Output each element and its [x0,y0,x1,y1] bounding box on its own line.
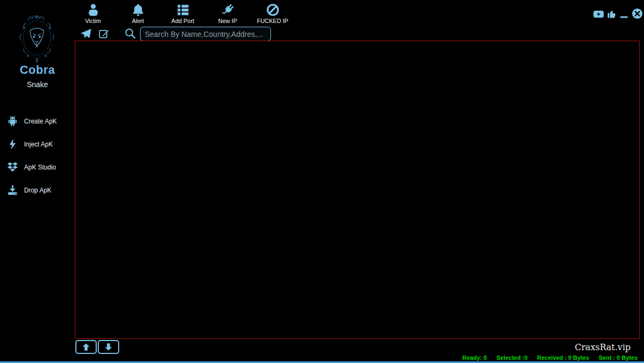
toolbar-fucked-ip-button[interactable]: FUCKED IP [250,3,295,24]
sidebar-item-label: Create ApK [24,118,57,125]
toolbar-label: New IP [218,18,237,24]
arrow-up-icon [81,342,91,352]
victim-list-panel[interactable] [75,41,640,339]
toolbar-label: Add Port [172,18,195,24]
status-selected: Selected :0 [496,354,527,361]
brand-subtitle: Snake [0,80,75,89]
download-tray-icon [6,184,19,196]
android-icon [6,115,19,127]
sidebar-item-apk-studio[interactable]: ApK Studio [0,156,75,179]
add-port-list-icon [176,3,190,17]
status-sent: Sent : 0 Bytes [599,354,638,361]
alert-bell-icon [131,3,145,17]
sidebar-item-label: Inject ApK [24,141,53,148]
app-window: Cobra Snake [0,0,644,363]
scroll-down-button[interactable] [98,340,119,354]
sidebar: Cobra Snake [0,0,75,363]
arrow-down-icon [104,342,113,352]
status-ready: Ready: 0 [462,354,487,361]
sidebar-item-label: ApK Studio [24,164,56,171]
fucked-ip-ban-icon [266,3,280,17]
site-label: CraxsRat.vip [481,342,631,352]
window-controls [592,7,643,20]
toolbar-alert-button[interactable]: Alert [115,3,160,24]
new-ip-plug-icon [221,3,235,17]
status-bar: Ready: 0 Selected :0 Received : 0 Bytes … [462,354,638,361]
thumbs-up-icon[interactable] [607,8,617,20]
youtube-icon[interactable] [592,8,605,20]
toolbar-label: FUCKED IP [257,18,289,24]
toolbar-new-ip-button[interactable]: New IP [205,3,250,24]
minimize-icon[interactable] [619,8,630,20]
sidebar-item-drop-apk[interactable]: Drop ApK [0,179,75,202]
send-plane-icon[interactable] [80,28,92,40]
scroll-up-button[interactable] [75,340,97,354]
lightning-icon [6,138,19,150]
brand-title: Cobra [0,63,75,77]
toolbar-label: Alert [132,18,144,24]
sidebar-item-inject-apk[interactable]: Inject ApK [0,133,75,156]
status-received: Received : 0 Bytes [537,354,589,361]
edit-compose-icon[interactable] [98,28,110,40]
cobra-snake-emblem-icon [12,11,62,63]
sidebar-item-label: Drop ApK [24,187,51,194]
toolbar-victim-button[interactable]: Victim [71,3,115,24]
sidebar-item-create-apk[interactable]: Create ApK [0,110,75,133]
close-icon[interactable] [631,7,643,20]
search-input[interactable] [140,27,271,41]
sidebar-menu: Create ApK Inject ApK [0,110,75,202]
search-icon[interactable] [124,27,136,40]
toolbar-label: Victim [85,18,101,24]
toolbar-add-port-button[interactable]: Add Port [160,3,205,24]
victim-person-icon [86,3,100,17]
dropbox-icon [6,161,19,173]
